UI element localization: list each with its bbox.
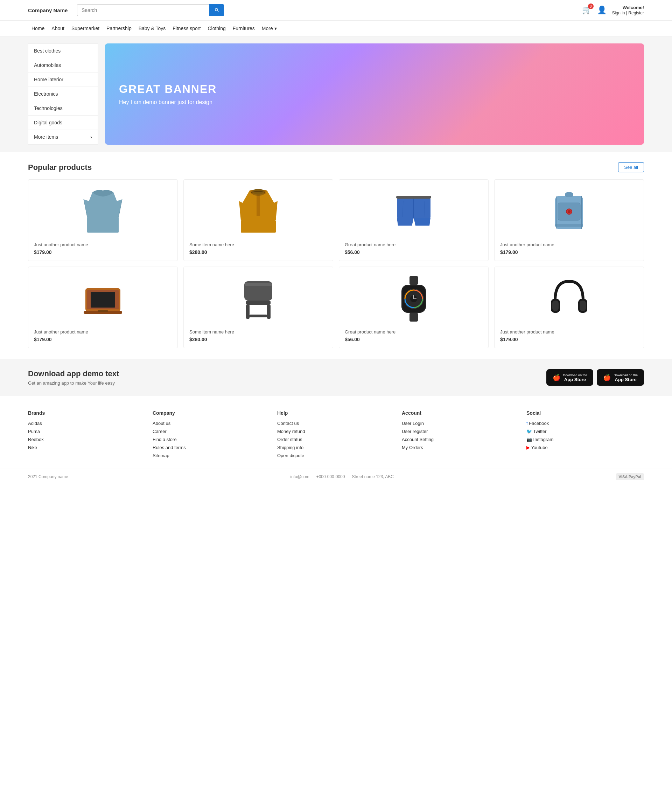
svg-rect-3 xyxy=(241,220,276,233)
footer-link-find-store[interactable]: Find a store xyxy=(153,437,270,442)
header-right: 🛒 0 👤 Welcome! Sign in | Register xyxy=(582,5,644,16)
svg-rect-17 xyxy=(555,224,583,227)
product-name: Just another product name xyxy=(500,329,638,335)
product-price: $179.00 xyxy=(34,249,172,255)
footer-company-title: Company xyxy=(153,410,270,416)
shorts-image xyxy=(393,189,435,235)
product-price: $179.00 xyxy=(500,337,638,342)
svg-rect-31 xyxy=(410,276,418,285)
product-card[interactable]: Just another product name $179.00 xyxy=(494,179,644,261)
footer-address: Street name 123, ABC xyxy=(352,474,393,479)
product-name: Some item name here xyxy=(189,242,327,247)
banner-content: GREAT BANNER Hey I am demo banner just f… xyxy=(119,83,217,105)
logo: Company Name xyxy=(28,7,70,13)
category-sidebar: Best clothes Automobiles Home interior E… xyxy=(28,44,98,145)
apple-icon-2: 🍎 xyxy=(603,374,611,382)
product-card[interactable]: Just another product name $179.00 xyxy=(494,267,644,348)
sidebar-item-more-items[interactable]: More items › xyxy=(28,130,98,144)
sidebar-item-digital-goods[interactable]: Digital goods xyxy=(28,116,98,130)
footer-contact-info: info@com +000-000-0000 Street name 123, … xyxy=(290,474,393,479)
product-price: $56.00 xyxy=(345,249,483,255)
nav-furnitures[interactable]: Furnitures xyxy=(229,21,258,36)
products-title: Popular products xyxy=(28,163,92,172)
svg-point-6 xyxy=(251,189,265,196)
footer-brands: Brands Adidas Puma Reebok Nike xyxy=(28,410,146,461)
footer-link-instagram[interactable]: 📷 Instagram xyxy=(526,437,644,442)
sidebar-item-technologies[interactable]: Technologies xyxy=(28,101,98,116)
search-button[interactable] xyxy=(209,4,224,16)
footer-link-twitter[interactable]: 🐦 Twitter xyxy=(526,429,644,434)
see-all-button[interactable]: See all xyxy=(618,162,644,172)
svg-rect-16 xyxy=(565,192,573,197)
hero-banner: GREAT BANNER Hey I am demo banner just f… xyxy=(105,44,644,145)
twitter-icon: 🐦 xyxy=(526,429,532,434)
footer-link-user-register[interactable]: User register xyxy=(402,429,519,434)
welcome-text: Welcome! Sign in | Register xyxy=(612,5,644,16)
product-image xyxy=(34,185,172,238)
footer-link-shipping[interactable]: Shipping info xyxy=(277,445,395,450)
product-name: Some item name here xyxy=(189,329,327,335)
svg-rect-30 xyxy=(244,283,272,286)
footer-link-refund[interactable]: Money refund xyxy=(277,429,395,434)
popular-products-section: Popular products See all Just another pr… xyxy=(0,152,672,359)
nav-supermarket[interactable]: Supermarket xyxy=(68,21,103,36)
nav-about[interactable]: About xyxy=(48,21,68,36)
product-card[interactable]: Great product name here $56.00 xyxy=(339,267,489,348)
svg-rect-7 xyxy=(396,196,431,199)
backpack-image xyxy=(548,189,590,235)
sidebar-item-automobiles[interactable]: Automobiles xyxy=(28,58,98,72)
footer-help-title: Help xyxy=(277,410,395,416)
app-buttons: 🍎 Download on the App Store 🍎 Download o… xyxy=(546,369,644,386)
product-price: $179.00 xyxy=(34,337,172,342)
nav-partnership[interactable]: Partnership xyxy=(103,21,135,36)
nav-more[interactable]: More ▾ xyxy=(258,21,281,36)
footer-link-facebook[interactable]: f Facebook xyxy=(526,421,644,426)
footer-link-order-status[interactable]: Order status xyxy=(277,437,395,442)
youtube-icon: ▶ xyxy=(526,445,530,450)
footer-link-nike[interactable]: Nike xyxy=(28,445,146,450)
chair-image xyxy=(237,276,279,322)
product-card[interactable]: Just another product name $179.00 xyxy=(28,179,178,261)
cart-button[interactable]: 🛒 0 xyxy=(582,6,591,15)
footer-link-my-orders[interactable]: My Orders xyxy=(402,445,519,450)
footer-link-adidas[interactable]: Adidas xyxy=(28,421,146,426)
signin-register-link[interactable]: Sign in | Register xyxy=(612,11,644,16)
polo-shirt-image xyxy=(82,189,124,235)
footer-phone: +000-000-0000 xyxy=(317,474,345,479)
app-subtitle: Get an amazing app to make Your life eas… xyxy=(28,380,119,386)
footer-link-puma[interactable]: Puma xyxy=(28,429,146,434)
svg-rect-23 xyxy=(90,292,115,308)
laptop-image xyxy=(82,276,124,322)
appstore-button-1[interactable]: 🍎 Download on the App Store xyxy=(546,369,594,386)
sidebar-item-best-clothes[interactable]: Best clothes xyxy=(28,44,98,58)
footer-link-about-us[interactable]: About us xyxy=(153,421,270,426)
product-card[interactable]: Just another product name $179.00 xyxy=(28,267,178,348)
footer-link-user-login[interactable]: User Login xyxy=(402,421,519,426)
banner-title: GREAT BANNER xyxy=(119,83,217,95)
watch-image xyxy=(393,276,435,322)
product-card[interactable]: Some item name here $280.00 xyxy=(183,179,333,261)
footer-link-contact[interactable]: Contact us xyxy=(277,421,395,426)
sidebar-item-home-interior[interactable]: Home interior xyxy=(28,72,98,87)
footer-link-rules[interactable]: Rules and terms xyxy=(153,445,270,450)
footer-link-account-setting[interactable]: Account Setting xyxy=(402,437,519,442)
footer-link-youtube[interactable]: ▶ Youtube xyxy=(526,445,644,450)
nav-fitness[interactable]: Fitness sport xyxy=(169,21,204,36)
appstore-button-2[interactable]: 🍎 Download on the App Store xyxy=(597,369,644,386)
product-card[interactable]: Some item name here $280.00 xyxy=(183,267,333,348)
svg-rect-24 xyxy=(98,310,108,312)
nav-baby-toys[interactable]: Baby & Toys xyxy=(135,21,169,36)
footer-link-career[interactable]: Career xyxy=(153,429,270,434)
nav-clothing[interactable]: Clothing xyxy=(204,21,229,36)
user-icon: 👤 xyxy=(597,6,607,15)
product-card[interactable]: Great product name here $56.00 xyxy=(339,179,489,261)
footer-email: info@com xyxy=(290,474,309,479)
nav-home[interactable]: Home xyxy=(28,21,48,36)
footer-link-dispute[interactable]: Open dispute xyxy=(277,453,395,458)
footer-link-sitemap[interactable]: Sitemap xyxy=(153,453,270,458)
search-input[interactable] xyxy=(77,4,209,16)
footer-link-reebok[interactable]: Reebok xyxy=(28,437,146,442)
headphones-image xyxy=(548,276,590,322)
sidebar-item-electronics[interactable]: Electronics xyxy=(28,87,98,101)
footer-brands-title: Brands xyxy=(28,410,146,416)
